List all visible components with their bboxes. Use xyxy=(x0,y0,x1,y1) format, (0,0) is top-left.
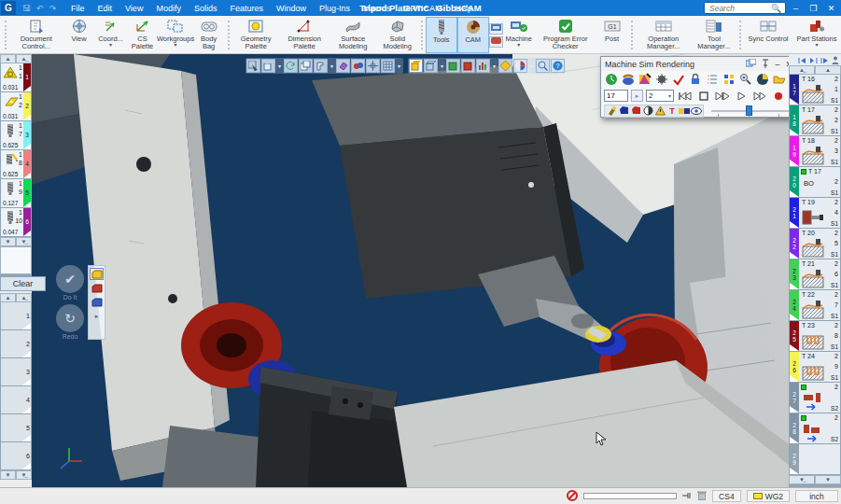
tool-scroll-bottom-icon[interactable]: ▼̲ xyxy=(16,237,32,246)
sim-counter-field[interactable] xyxy=(604,90,628,102)
op-tile[interactable]: 28 2 S2 xyxy=(789,413,841,444)
wg-indicator[interactable]: WG2 xyxy=(747,490,790,502)
menu-window[interactable]: Window xyxy=(271,2,312,15)
tool-burr-icon[interactable] xyxy=(654,72,669,87)
tools-button[interactable]: Tools xyxy=(426,17,457,53)
menu-edit[interactable]: Edit xyxy=(92,2,119,15)
workgroup-slot[interactable]: 1 xyxy=(0,302,32,330)
op-list-icon[interactable] xyxy=(705,72,720,87)
expand-arrow-icon[interactable]: ▸ xyxy=(90,310,104,322)
workgroup-slot[interactable]: 5 xyxy=(0,414,32,442)
op-tile[interactable]: 21 T 19 2 4 S1 xyxy=(789,198,841,229)
part-stations-dropdown-icon[interactable]: ▾ xyxy=(815,43,818,48)
paint-stock-icon[interactable] xyxy=(606,105,617,117)
workgroup-slot[interactable]: 3 xyxy=(0,358,32,386)
view-button[interactable]: View xyxy=(63,17,95,53)
zoom-window-icon[interactable] xyxy=(536,59,550,73)
search-icon[interactable]: 🔍 xyxy=(771,4,781,13)
cam-message-icon[interactable] xyxy=(489,36,503,48)
sim-speed-select[interactable]: 2▾ xyxy=(646,90,674,102)
op-tile[interactable]: 23 T 21 2 6 S1 xyxy=(789,259,841,290)
operation-manager-button[interactable]: Operation Manager... xyxy=(636,17,692,53)
menu-plugins[interactable]: Plug-Ins xyxy=(314,2,356,15)
stats-dropdown-icon[interactable]: ▾ xyxy=(491,59,498,73)
sim-speed-slider[interactable] xyxy=(711,105,793,117)
select-view-icon[interactable] xyxy=(246,59,260,73)
op-tile[interactable]: 24 T 22 2 7 S1 xyxy=(789,290,841,321)
op-tile[interactable]: 27 2 S2 xyxy=(789,383,841,413)
palette-dock-icon[interactable] xyxy=(746,59,756,69)
warning-icon[interactable] xyxy=(654,105,666,117)
op-tile[interactable]: 19 T 18 2 3 S1 xyxy=(789,136,841,167)
workgroups-dropdown-icon[interactable]: ▾ xyxy=(175,43,177,48)
ops-scroll-down-icon[interactable]: ▼ xyxy=(815,475,841,484)
part-solid-icon[interactable] xyxy=(90,296,104,308)
solids-pair-icon[interactable] xyxy=(351,59,365,73)
cs-indicator[interactable]: CS4 xyxy=(712,490,741,502)
op-tile[interactable]: 22 T 20 2 5 S1 xyxy=(789,229,841,259)
palette-minimize-icon[interactable]: – xyxy=(775,60,779,69)
render-clock-icon[interactable] xyxy=(604,72,619,87)
fast-forward-button[interactable] xyxy=(751,90,767,102)
tool-tile-empty[interactable] xyxy=(0,246,32,274)
post-button[interactable]: G1 Post xyxy=(596,17,628,53)
pie-display-icon[interactable] xyxy=(513,59,527,73)
fixture-view-icon[interactable] xyxy=(461,59,475,73)
help-icon[interactable]: ? xyxy=(551,59,565,73)
slider-thumb[interactable] xyxy=(746,105,752,116)
trash-icon[interactable] xyxy=(697,490,707,502)
half-section-icon[interactable] xyxy=(642,105,653,117)
geometry-palette-button[interactable]: Geometry Palette xyxy=(232,17,280,53)
grid-dropdown-icon[interactable]: ▾ xyxy=(396,59,402,73)
machine-dropdown-icon[interactable]: ▾ xyxy=(517,43,520,48)
open-folder-icon[interactable] xyxy=(772,72,787,87)
menu-opticam[interactable]: OPTICAM xyxy=(399,2,448,15)
op-stats-icon[interactable] xyxy=(476,59,490,73)
interrupt-icon[interactable] xyxy=(567,490,578,503)
menu-view[interactable]: View xyxy=(119,2,148,15)
tool-tile[interactable]: 1 7 0.625 3 xyxy=(0,121,32,150)
inspect-icon[interactable] xyxy=(738,72,753,87)
redo-icon[interactable]: ↷ xyxy=(48,4,58,13)
record-button[interactable] xyxy=(770,90,786,102)
sync-control-button[interactable]: Sync Control xyxy=(744,17,792,53)
body-bag-button[interactable]: Body Bag xyxy=(193,17,225,53)
ops-scroll-up-icon[interactable]: ▲ xyxy=(815,65,841,75)
surface-modeling-button[interactable]: Surface Modeling xyxy=(329,17,377,53)
ops-scroll-bottom-icon[interactable]: ▼̲ xyxy=(789,475,815,484)
stock-blue-icon[interactable] xyxy=(618,105,629,117)
menu-macros[interactable]: Macros xyxy=(357,2,397,15)
wg-scroll-down-icon[interactable]: ▼ xyxy=(0,470,16,480)
solid-modeling-button[interactable]: Solid Modeling xyxy=(377,17,418,53)
step-button[interactable] xyxy=(714,90,730,102)
stock-solid-icon[interactable] xyxy=(90,268,104,280)
program-error-checker-button[interactable]: Program Error Checker xyxy=(535,17,596,53)
wg-scroll-bottom-icon[interactable]: ▼̲ xyxy=(16,470,32,480)
stop-button[interactable] xyxy=(695,90,711,102)
app-logo[interactable]: G xyxy=(1,1,16,15)
tool-tile[interactable]: 1 10 0.047 6 xyxy=(0,208,32,237)
machine-sim-titlebar[interactable]: Machine Sim Rendering – ✕ xyxy=(601,57,796,71)
menu-features[interactable]: Features xyxy=(224,2,269,15)
menu-modify[interactable]: Modify xyxy=(150,2,187,15)
graphics-viewport[interactable]: ▾ ▾ ▾ ▾ ▾ ▾ ▾ ? ✔ Do It ↻ Redo xyxy=(32,54,789,487)
cs-view-dropdown-icon[interactable]: ▾ xyxy=(329,59,335,73)
document-control-button[interactable]: Document Control... xyxy=(9,17,63,53)
view-cube-dropdown-icon[interactable]: ▾ xyxy=(276,59,283,73)
workgroups-button[interactable]: Workgroups ▾ xyxy=(159,17,193,53)
op-tile[interactable]: 26 T 24 2 9 S1 xyxy=(789,352,841,383)
wg-scroll-top-icon[interactable]: ▲̲ xyxy=(16,293,32,302)
tool-scroll-down-icon[interactable]: ▼ xyxy=(0,237,16,246)
search-input[interactable] xyxy=(708,3,771,14)
machine-button[interactable]: Machine ▾ xyxy=(503,17,535,53)
restore-button[interactable]: ❐ xyxy=(806,1,821,15)
op-tile[interactable]: 18 T 17 2 2 S1 xyxy=(789,105,841,136)
workgroup-slot[interactable]: 2 xyxy=(0,330,32,358)
tool-scroll-up-icon[interactable]: ▲ xyxy=(0,54,16,63)
pin-marker-icon[interactable] xyxy=(682,492,692,501)
part-stations-button[interactable]: Part Stations ▾ xyxy=(792,17,841,53)
cs-palette-button[interactable]: CS Palette xyxy=(127,17,159,53)
tool-manager-button[interactable]: Tool Manager... xyxy=(692,17,736,53)
stock-red-icon[interactable] xyxy=(630,105,641,117)
cs-view-icon[interactable] xyxy=(314,59,328,73)
